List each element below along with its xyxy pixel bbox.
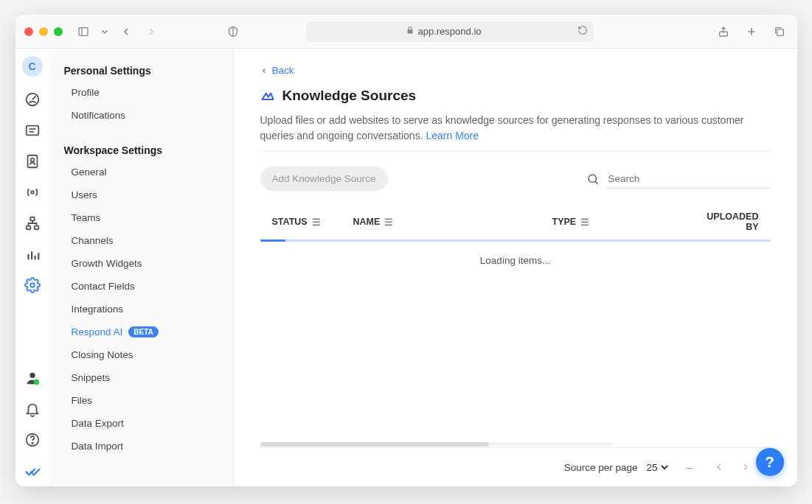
tabs-overview-icon[interactable] (771, 23, 788, 41)
maximize-window-icon[interactable] (54, 27, 63, 36)
address-bar[interactable]: app.respond.io (306, 21, 594, 42)
svg-line-27 (595, 181, 597, 183)
nav-header-personal: Personal Settings (49, 60, 233, 81)
main-content: Back Knowledge Sources Upload files or a… (234, 49, 797, 486)
settings-icon[interactable] (24, 277, 41, 293)
nav-item-label: Snippets (72, 372, 111, 383)
col-name-label: NAME (353, 217, 381, 227)
nav-item-respond-ai[interactable]: Respond AIBETA (49, 321, 233, 343)
sidebar-toggle-icon[interactable] (74, 23, 92, 41)
nav-item-data-export[interactable]: Data Export (49, 412, 233, 435)
chevron-left-icon (260, 67, 268, 74)
back-button[interactable]: Back (260, 65, 771, 76)
divider (260, 151, 771, 152)
nav-header-workspace: Workspace Settings (49, 140, 233, 161)
nav-item-label: Respond AI (72, 326, 123, 337)
avatar-letter: C (28, 60, 35, 72)
description-text: Upload files or add websites to serve as… (260, 114, 744, 141)
settings-nav: Personal Settings Profile Notifications … (49, 49, 234, 486)
broadcast-icon[interactable] (24, 184, 41, 200)
nav-item-label: Notifications (72, 110, 126, 121)
close-window-icon[interactable] (24, 27, 33, 36)
nav-item-files[interactable]: Files (49, 389, 233, 412)
nav-item-label: Data Import (72, 441, 124, 452)
svg-point-12 (30, 158, 34, 162)
nav-item-closing-notes[interactable]: Closing Notes (49, 343, 233, 366)
notification-bell-icon[interactable] (24, 401, 41, 417)
avatar[interactable]: C (22, 56, 43, 77)
svg-rect-14 (30, 217, 35, 221)
dashboard-icon[interactable] (24, 91, 41, 108)
nav-item-label: Growth Widgets (72, 258, 142, 269)
back-icon[interactable] (117, 23, 135, 41)
sort-icon[interactable]: ☰ (580, 217, 589, 228)
svg-rect-15 (26, 226, 30, 230)
nav-item-label: Integrations (72, 304, 124, 315)
sort-icon[interactable]: ☰ (312, 217, 321, 228)
window-controls (24, 27, 63, 36)
nav-item-label: Files (72, 395, 93, 406)
prev-page-button[interactable] (709, 457, 729, 477)
add-knowledge-source-button[interactable]: Add Knowledge Source (260, 167, 388, 191)
nav-item-label: Contact Fields (72, 281, 135, 292)
col-uploaded-label: UPLOADED BY (707, 211, 758, 232)
inbox-icon[interactable] (24, 122, 41, 139)
svg-rect-0 (79, 27, 88, 35)
nav-item-users[interactable]: Users (49, 183, 233, 206)
refresh-icon[interactable] (577, 25, 588, 38)
nav-item-channels[interactable]: Channels (49, 229, 233, 252)
lock-icon (406, 26, 414, 37)
svg-rect-6 (777, 29, 783, 35)
nav-item-contact-fields[interactable]: Contact Fields (49, 275, 233, 298)
loading-text: Loading items... (260, 242, 771, 279)
url-text: app.respond.io (417, 26, 481, 37)
page-range: – (682, 462, 697, 473)
double-check-icon[interactable] (24, 463, 41, 479)
horizontal-scrollbar[interactable] (260, 442, 613, 447)
svg-point-13 (31, 191, 34, 194)
sort-icon[interactable]: ☰ (384, 217, 393, 228)
minimize-window-icon[interactable] (39, 27, 48, 36)
learn-more-link[interactable]: Learn More (426, 130, 479, 141)
search-input[interactable] (607, 169, 771, 189)
browser-chrome: app.respond.io (15, 15, 797, 49)
page-description: Upload files or add websites to serve as… (260, 113, 762, 144)
help-fab-button[interactable]: ? (756, 448, 784, 476)
nav-item-label: Data Export (72, 418, 124, 429)
col-status-label: STATUS (272, 217, 308, 227)
svg-point-25 (32, 443, 32, 444)
per-page-select[interactable]: 25 (644, 461, 670, 474)
nav-item-growth-widgets[interactable]: Growth Widgets (49, 252, 233, 275)
per-page-label: Source per page (564, 462, 638, 473)
svg-point-26 (589, 175, 597, 183)
nav-item-label: Users (72, 189, 97, 200)
nav-item-teams[interactable]: Teams (49, 206, 233, 229)
workflows-icon[interactable] (24, 215, 41, 231)
nav-item-label: Teams (72, 212, 101, 223)
help-circle-icon[interactable] (24, 432, 41, 448)
nav-item-snippets[interactable]: Snippets (49, 366, 233, 389)
svg-rect-8 (26, 126, 38, 136)
contacts-icon[interactable] (24, 153, 41, 169)
user-presence-icon[interactable] (24, 370, 41, 386)
next-page-button[interactable] (735, 457, 756, 477)
nav-item-integrations[interactable]: Integrations (49, 298, 233, 321)
help-fab-label: ? (765, 454, 774, 471)
new-tab-icon[interactable] (743, 23, 760, 41)
nav-item-notifications[interactable]: Notifications (49, 104, 233, 127)
forward-icon[interactable] (142, 23, 160, 41)
reports-icon[interactable] (24, 246, 41, 262)
nav-item-data-import[interactable]: Data Import (49, 435, 233, 458)
icon-rail: C (15, 49, 49, 486)
nav-item-profile[interactable]: Profile (49, 81, 233, 104)
col-type-label: TYPE (552, 217, 577, 227)
shield-icon[interactable] (224, 23, 242, 41)
nav-item-general[interactable]: General (49, 161, 233, 183)
nav-item-label: Channels (72, 235, 114, 246)
table-header: STATUS☰ NAME☰ TYPE☰ UPLOADED BY (260, 206, 771, 238)
svg-point-21 (30, 283, 35, 287)
loading-progress-bar (260, 239, 771, 242)
search-icon (586, 172, 600, 186)
share-icon[interactable] (715, 23, 732, 41)
chevron-down-icon[interactable] (100, 23, 110, 41)
